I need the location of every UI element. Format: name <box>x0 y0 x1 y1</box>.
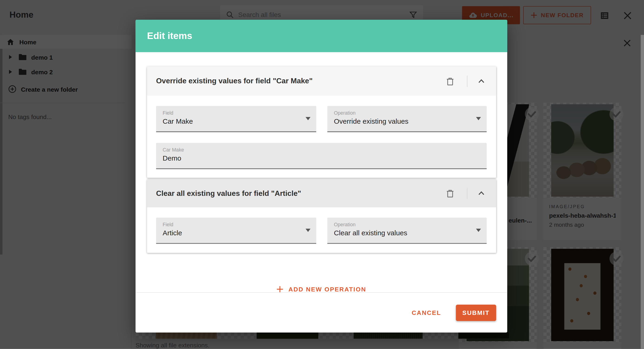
field-select-label: Field <box>163 222 310 227</box>
car-make-field[interactable]: Car Make <box>156 143 486 169</box>
dropdown-arrow-icon <box>476 229 481 232</box>
car-make-field-label: Car Make <box>163 147 480 153</box>
dialog-title: Edit items <box>147 30 192 41</box>
page-scrollbar[interactable] <box>641 35 644 349</box>
field-select-label: Field <box>163 110 310 116</box>
delete-operation-icon[interactable] <box>445 188 455 198</box>
header-divider <box>467 188 468 199</box>
add-new-operation-label: ADD NEW OPERATION <box>288 286 366 293</box>
operation-card-title: Clear all existing values for field "Art… <box>156 189 445 198</box>
operation-card-header: Clear all existing values for field "Art… <box>147 179 496 207</box>
cancel-button[interactable]: CANCEL <box>412 309 441 316</box>
operation-card-header: Override existing values for field "Car … <box>147 67 496 96</box>
operation-card-body: Field Article Operation Clear all existi… <box>147 207 496 253</box>
collapse-chevron-up-icon[interactable] <box>476 76 486 86</box>
operation-card-clear: Clear all existing values for field "Art… <box>147 179 496 253</box>
header-divider <box>467 75 468 87</box>
operation-select-value: Clear all existing values <box>334 229 480 237</box>
delete-operation-icon[interactable] <box>445 76 455 86</box>
operation-select-label: Operation <box>334 222 480 227</box>
add-new-operation-button[interactable]: ADD NEW OPERATION <box>136 286 507 293</box>
car-make-input[interactable] <box>163 154 480 162</box>
operation-select-value: Override existing values <box>334 117 480 126</box>
field-select[interactable]: Field Car Make <box>156 106 316 132</box>
edit-items-dialog: Edit items Override existing values for … <box>136 20 507 333</box>
operation-select[interactable]: Operation Override existing values <box>327 106 486 132</box>
dropdown-arrow-icon <box>306 229 310 232</box>
dialog-header: Edit items <box>136 20 507 52</box>
field-select-value: Article <box>163 229 310 237</box>
operation-select-label: Operation <box>334 110 480 116</box>
dropdown-arrow-icon <box>306 117 310 120</box>
operation-card-title: Override existing values for field "Car … <box>156 77 445 85</box>
dialog-footer: CANCEL SUBMIT <box>136 293 507 333</box>
operation-select[interactable]: Operation Clear all existing values <box>327 218 486 244</box>
collapse-chevron-up-icon[interactable] <box>476 188 486 198</box>
field-select[interactable]: Field Article <box>156 218 316 244</box>
operation-card-override: Override existing values for field "Car … <box>147 67 496 178</box>
submit-button[interactable]: SUBMIT <box>456 305 496 321</box>
plus-icon <box>276 286 284 293</box>
operation-card-body: Field Car Make Operation Override existi… <box>147 96 496 178</box>
dropdown-arrow-icon <box>476 117 481 120</box>
screen: Home UPLOAD... NEW FOLDER Home <box>0 0 644 349</box>
field-select-value: Car Make <box>163 117 310 126</box>
